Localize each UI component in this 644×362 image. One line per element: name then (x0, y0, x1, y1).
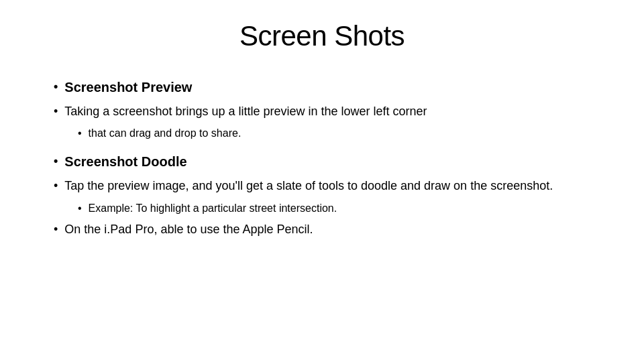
bullet-dot: • (54, 177, 58, 195)
bullet-dot: • (78, 125, 82, 141)
slide-title: Screen Shots (40, 20, 604, 52)
bullet-text: Example: To highlight a particular stree… (89, 200, 337, 216)
bullet-text: Screenshot Doodle (64, 152, 186, 172)
bullet-screenshot-preview-heading: • Screenshot Preview (54, 78, 604, 97)
bullet-dot: • (78, 200, 82, 216)
bullet-dot: • (54, 78, 58, 95)
bullet-tap-preview: • Tap the preview image, and you'll get … (54, 177, 604, 195)
bullet-dot: • (54, 103, 58, 120)
bullet-screenshot-doodle-heading: • Screenshot Doodle (54, 152, 604, 172)
bullet-text: On the i.Pad Pro, able to use the Apple … (64, 221, 313, 238)
slide: Screen Shots • Screenshot Preview • Taki… (0, 0, 644, 362)
bullet-example-highlight: • Example: To highlight a particular str… (54, 200, 604, 216)
bullet-text: Screenshot Preview (64, 78, 192, 97)
content-area: • Screenshot Preview • Taking a screensh… (40, 71, 604, 240)
bullet-text: Tap the preview image, and you'll get a … (64, 177, 553, 195)
bullet-taking-screenshot: • Taking a screenshot brings up a little… (54, 103, 604, 120)
bullet-dot: • (54, 152, 58, 170)
bullet-drag-drop: • that can drag and drop to share. (54, 125, 604, 141)
bullet-text: Taking a screenshot brings up a little p… (64, 103, 427, 120)
bullet-ipad-pro: • On the i.Pad Pro, able to use the Appl… (54, 221, 604, 238)
bullet-dot: • (54, 221, 58, 238)
bullet-text: that can drag and drop to share. (89, 125, 241, 141)
